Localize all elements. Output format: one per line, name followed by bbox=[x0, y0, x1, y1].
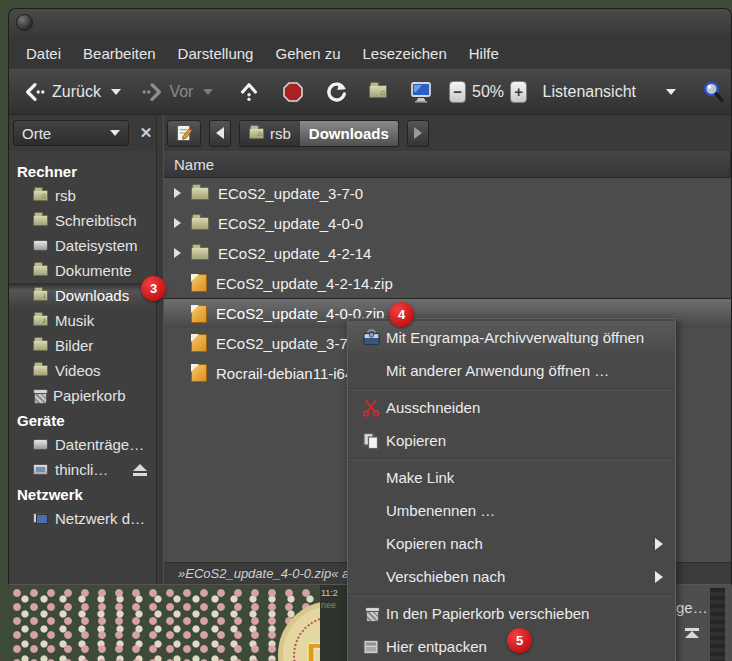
sidebar-item-label: Videos bbox=[55, 362, 101, 379]
search-button[interactable] bbox=[696, 75, 731, 108]
breadcrumb-scroll-left-button[interactable] bbox=[209, 120, 231, 147]
stop-icon bbox=[281, 80, 305, 104]
computer-button[interactable] bbox=[403, 76, 439, 108]
sidebar-item-dokumente[interactable]: Dokumente bbox=[9, 258, 156, 283]
zoom-out-button[interactable]: − bbox=[449, 81, 466, 103]
sidebar-item-downloads[interactable]: ↓ Downloads bbox=[9, 283, 156, 308]
menubar: Datei Bearbeiten Darstellung Gehen zu Le… bbox=[9, 37, 731, 69]
menu-hilfe[interactable]: Hilfe bbox=[458, 40, 510, 67]
menu-lesezeichen[interactable]: Lesezeichen bbox=[352, 40, 458, 67]
menu-item-label: Verschieben nach bbox=[386, 568, 655, 585]
menu-item-make-link[interactable]: Make Link bbox=[348, 461, 675, 494]
reload-icon bbox=[325, 80, 348, 103]
forward-button[interactable]: Vor bbox=[136, 77, 218, 107]
disk-icon bbox=[33, 439, 48, 450]
pane-splitter[interactable] bbox=[156, 115, 164, 584]
expander-icon[interactable] bbox=[172, 248, 182, 258]
sidebar-item-papierkorb[interactable]: Papierkorb bbox=[9, 383, 156, 408]
zoom-level: 50% bbox=[472, 83, 504, 101]
annotation-badge-label: 4 bbox=[398, 307, 405, 322]
menu-item-label: Kopieren bbox=[386, 432, 667, 449]
places-caret-icon bbox=[110, 130, 120, 136]
eject-icon[interactable] bbox=[132, 464, 148, 476]
column-header-name[interactable]: Name bbox=[164, 151, 731, 178]
close-sidebar-button[interactable]: ✕ bbox=[135, 122, 157, 144]
downloads-folder-icon: ↓ bbox=[33, 290, 48, 301]
table-row[interactable]: ECoS2_update_4-2-14.zip bbox=[164, 268, 731, 298]
sidebar-item-label: Bilder bbox=[55, 337, 93, 354]
titlebar[interactable] bbox=[9, 9, 731, 37]
menu-item-label: Umbenennen … bbox=[386, 502, 667, 519]
chevron-left-icon bbox=[216, 127, 224, 139]
background-text-fragment: nee bbox=[321, 599, 346, 611]
pictures-folder-icon bbox=[33, 340, 48, 351]
edit-location-button[interactable] bbox=[167, 120, 201, 147]
zoom-in-button[interactable]: + bbox=[510, 81, 527, 103]
menu-separator bbox=[349, 594, 674, 596]
sidebar-item-rsb[interactable]: ⌂ rsb bbox=[9, 183, 156, 208]
menu-item-open-with-other[interactable]: Mit anderer Anwendung öffnen … bbox=[348, 354, 675, 387]
forward-history-caret-icon[interactable] bbox=[203, 89, 213, 95]
file-name: Rocrail-debian11-i64. bbox=[216, 365, 357, 382]
menu-gehen-zu[interactable]: Gehen zu bbox=[264, 40, 351, 67]
stop-button[interactable] bbox=[276, 76, 310, 108]
menu-item-copy-to[interactable]: Kopieren nach bbox=[348, 527, 675, 560]
breadcrumb-home[interactable]: ⌂ rsb bbox=[240, 121, 300, 146]
places-label: Orte bbox=[22, 125, 106, 142]
table-row[interactable]: ECoS2_update_4-2-14 bbox=[164, 238, 731, 268]
table-row[interactable]: ECoS2_update_4-0-0 bbox=[164, 208, 731, 238]
file-name: ECoS2_update_4-2-14 bbox=[218, 245, 371, 262]
reload-button[interactable] bbox=[320, 76, 353, 107]
menu-item-label: Kopieren nach bbox=[386, 535, 655, 552]
home-button[interactable]: ⌂ bbox=[364, 81, 392, 102]
menu-darstellung[interactable]: Darstellung bbox=[167, 40, 265, 67]
sidebar-item-musik[interactable]: ♪ Musik bbox=[9, 308, 156, 333]
file-name: ECoS2_update_4-0-0 bbox=[218, 215, 363, 232]
sidebar-item-thinclient[interactable]: thincli… bbox=[9, 457, 156, 482]
menu-item-move-to[interactable]: Verschieben nach bbox=[348, 560, 675, 593]
menu-separator bbox=[349, 458, 674, 460]
background-truncated-label: ge… bbox=[676, 599, 708, 616]
sidebar-item-label: Schreibtisch bbox=[55, 212, 137, 229]
view-mode-select[interactable]: Listenansicht bbox=[538, 79, 681, 105]
sidebar-item-bilder[interactable]: Bilder bbox=[9, 333, 156, 358]
background-scrollbar bbox=[710, 588, 725, 661]
folder-icon bbox=[191, 247, 209, 260]
forward-icon bbox=[141, 81, 163, 103]
edit-location-icon bbox=[174, 123, 194, 143]
menu-item-cut[interactable]: Ausschneiden bbox=[348, 391, 675, 424]
breadcrumb-scroll-right-button[interactable] bbox=[407, 120, 429, 147]
zoom-out-icon: − bbox=[453, 84, 462, 99]
menu-datei[interactable]: Datei bbox=[15, 40, 72, 67]
folder-icon bbox=[191, 187, 209, 200]
breadcrumb-trail: ⌂ rsb Downloads bbox=[239, 120, 399, 147]
sidebar-section-geraete: Geräte bbox=[9, 408, 156, 432]
sidebar-item-netzwerk[interactable]: Netzwerk d… bbox=[9, 506, 156, 531]
sidebar-item-datentraeger[interactable]: Datenträge… bbox=[9, 432, 156, 457]
menu-separator bbox=[349, 388, 674, 390]
context-menu: Mit Engrampa-Archivverwaltung öffnen Mit… bbox=[347, 318, 676, 661]
engrampa-icon bbox=[362, 329, 381, 347]
sidebar-item-videos[interactable]: Videos bbox=[9, 358, 156, 383]
menu-item-label: In den Papierkorb verschieben bbox=[386, 605, 667, 622]
menu-item-copy[interactable]: Kopieren bbox=[348, 424, 675, 457]
expander-icon[interactable] bbox=[172, 218, 182, 228]
breadcrumb-downloads[interactable]: Downloads bbox=[300, 121, 398, 146]
sidebar-item-dateisystem[interactable]: Dateisystem bbox=[9, 233, 156, 258]
menu-item-move-to-trash[interactable]: In den Papierkorb verschieben bbox=[348, 597, 675, 630]
sidebar-item-label: Dokumente bbox=[55, 262, 132, 279]
places-combo[interactable]: Orte bbox=[13, 120, 129, 146]
menu-item-rename[interactable]: Umbenennen … bbox=[348, 494, 675, 527]
table-row[interactable]: ECoS2_update_3-7-0 bbox=[164, 178, 731, 208]
back-button[interactable]: Zurück bbox=[19, 77, 126, 107]
menu-bearbeiten[interactable]: Bearbeiten bbox=[72, 40, 167, 67]
network-icon bbox=[33, 513, 48, 524]
expander-icon[interactable] bbox=[172, 188, 182, 198]
folder-icon bbox=[191, 217, 209, 230]
sidebar-item-schreibtisch[interactable]: Schreibtisch bbox=[9, 208, 156, 233]
back-history-caret-icon[interactable] bbox=[111, 89, 121, 95]
window-menu-icon[interactable] bbox=[16, 14, 33, 31]
column-header-label: Name bbox=[174, 156, 214, 173]
sidebar-item-label: Downloads bbox=[55, 287, 129, 304]
up-button[interactable] bbox=[233, 77, 265, 107]
